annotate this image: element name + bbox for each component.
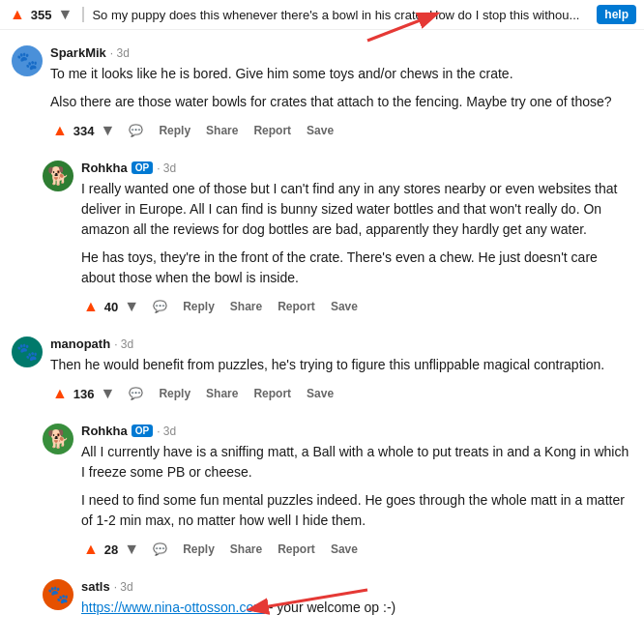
comment-text-rohkha-1: I really wanted one of those but I can't… — [81, 179, 632, 288]
op-badge-rohkha-1: OP — [132, 161, 153, 174]
comments-area: 🐾 SparkMik · 3d To me it looks like he i… — [0, 34, 644, 637]
report-button-sparkmik[interactable]: Report — [249, 122, 295, 139]
upvote-rohkha-2[interactable]: ▲ — [81, 539, 101, 560]
chat-icon-sparkmik: 💬 — [125, 122, 147, 139]
vote-row-rohkha-2: ▲ 28 ▼ — [81, 539, 141, 560]
vote-count-sparkmik: 334 — [73, 124, 95, 138]
save-button-rohkha-2[interactable]: Save — [327, 541, 362, 558]
report-button-rohkha-2[interactable]: Report — [274, 541, 319, 558]
downvote-manopath[interactable]: ▼ — [99, 383, 118, 404]
vote-row-sparkmik: ▲ 334 ▼ — [50, 120, 117, 141]
reply-button-sparkmik[interactable]: Reply — [155, 122, 194, 139]
comment-text-sparkmik: To me it looks like he is bored. Give hi… — [50, 64, 632, 112]
timestamp-manopath: · 3d — [114, 337, 133, 351]
link-suffix: - your welcome op :-) — [265, 600, 395, 615]
timestamp-rohkha-2: · 3d — [157, 424, 176, 438]
share-button-sparkmik[interactable]: Share — [202, 122, 242, 139]
comment-actions-manopath: ▲ 136 ▼ 💬 Reply Share Report Save — [50, 383, 632, 412]
comment-satls: 🐾 satls · 3d https://www.nina-ottosson.c… — [0, 568, 644, 637]
username-manopath[interactable]: manopath — [50, 337, 110, 351]
reply-button-rohkha-2[interactable]: Reply — [179, 541, 219, 558]
chat-icon-manopath: 💬 — [125, 385, 147, 402]
comment-body-manopath: manopath · 3d Then he would benefit from… — [50, 337, 632, 412]
comment-header-satls: satls · 3d — [81, 579, 632, 594]
post-vote-section: ▲ 355 ▼ — [8, 4, 74, 25]
timestamp-sparkmik: · 3d — [110, 46, 130, 60]
share-button-rohkha-2[interactable]: Share — [226, 541, 266, 558]
reply-button-rohkha-1[interactable]: Reply — [179, 298, 219, 315]
comment-text-satls: https://www.nina-ottosson.com - your wel… — [81, 598, 632, 618]
downvote-rohkha-1[interactable]: ▼ — [122, 296, 141, 317]
username-sparkmik[interactable]: SparkMik — [50, 45, 106, 60]
vote-count-rohkha-1: 40 — [104, 300, 118, 314]
save-button-manopath[interactable]: Save — [303, 385, 337, 402]
username-satls[interactable]: satls — [81, 579, 110, 594]
downvote-rohkha-2[interactable]: ▼ — [122, 539, 141, 560]
save-button-sparkmik[interactable]: Save — [303, 122, 337, 139]
upvote-rohkha-1[interactable]: ▲ — [81, 296, 101, 317]
comment-rohkha-2: 🐕 Rohkha OP · 3d All I currently have is… — [0, 412, 644, 568]
reply-button-manopath[interactable]: Reply — [155, 385, 194, 402]
comment-manopath: 🐾 manopath · 3d Then he would benefit fr… — [0, 325, 644, 412]
comment-rohkha-1: 🐕 Rohkha OP · 3d I really wanted one of … — [0, 149, 644, 325]
avatar-manopath: 🐾 — [12, 337, 43, 367]
comment-text-rohkha-2: All I currently have is a sniffing matt,… — [81, 442, 632, 531]
share-button-manopath[interactable]: Share — [202, 385, 242, 402]
username-rohkha-2[interactable]: Rohkha — [81, 424, 128, 438]
avatar-sparkmik: 🐾 — [12, 45, 43, 76]
nina-ottosson-link[interactable]: https://www.nina-ottosson.com — [81, 600, 265, 615]
comment-actions-sparkmik: ▲ 334 ▼ 💬 Reply Share Report Save — [50, 120, 632, 149]
comment-body-rohkha-2: Rohkha OP · 3d All I currently have is a… — [81, 424, 632, 568]
post-title[interactable]: So my puppy does this whenever there's a… — [92, 8, 589, 22]
upvote-manopath[interactable]: ▲ — [50, 383, 70, 404]
top-bar: ▲ 355 ▼ So my puppy does this whenever t… — [0, 0, 644, 30]
post-vote-count: 355 — [31, 8, 52, 22]
post-downvote-button[interactable]: ▼ — [56, 4, 75, 25]
help-button[interactable]: help — [597, 5, 636, 24]
share-button-rohkha-1[interactable]: Share — [226, 298, 266, 315]
comment-body-sparkmik: SparkMik · 3d To me it looks like he is … — [50, 45, 632, 149]
avatar-rohkha-1: 🐕 — [43, 161, 73, 191]
timestamp-rohkha-1: · 3d — [157, 161, 176, 175]
avatar-rohkha-2: 🐕 — [43, 424, 73, 454]
comment-header-rohkha-2: Rohkha OP · 3d — [81, 424, 632, 438]
comment-body-rohkha-1: Rohkha OP · 3d I really wanted one of th… — [81, 161, 632, 325]
comment-header-rohkha-1: Rohkha OP · 3d — [81, 161, 632, 175]
comment-sparkmik: 🐾 SparkMik · 3d To me it looks like he i… — [0, 34, 644, 149]
upvote-sparkmik[interactable]: ▲ — [50, 120, 70, 141]
username-rohkha-1[interactable]: Rohkha — [81, 161, 128, 175]
chat-icon-rohkha-2: 💬 — [149, 541, 171, 558]
report-button-rohkha-1[interactable]: Report — [274, 298, 319, 315]
comment-actions-rohkha-1: ▲ 40 ▼ 💬 Reply Share Report Save — [81, 296, 632, 325]
downvote-sparkmik[interactable]: ▼ — [99, 120, 118, 141]
vote-row-rohkha-1: ▲ 40 ▼ — [81, 296, 141, 317]
comment-body-satls: satls · 3d https://www.nina-ottosson.com… — [81, 579, 632, 626]
comment-actions-rohkha-2: ▲ 28 ▼ 💬 Reply Share Report Save — [81, 539, 632, 568]
op-badge-rohkha-2: OP — [132, 424, 153, 437]
save-button-rohkha-1[interactable]: Save — [327, 298, 362, 315]
timestamp-satls: · 3d — [114, 580, 133, 594]
avatar-satls: 🐾 — [43, 579, 73, 610]
report-button-manopath[interactable]: Report — [249, 385, 295, 402]
vote-row-manopath: ▲ 136 ▼ — [50, 383, 117, 404]
comment-text-manopath: Then he would benefit from puzzles, he's… — [50, 355, 632, 375]
divider — [82, 7, 84, 22]
chat-icon-rohkha-1: 💬 — [149, 298, 171, 315]
vote-count-rohkha-2: 28 — [104, 542, 118, 557]
comment-header-manopath: manopath · 3d — [50, 337, 632, 351]
vote-count-manopath: 136 — [73, 387, 95, 401]
post-upvote-button[interactable]: ▲ — [8, 4, 27, 25]
comment-header-sparkmik: SparkMik · 3d — [50, 45, 632, 60]
